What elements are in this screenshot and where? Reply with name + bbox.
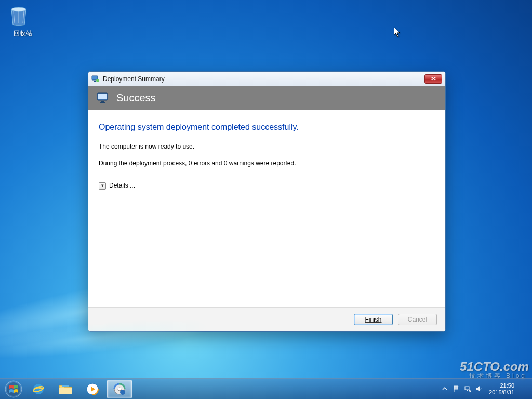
svg-rect-3 — [93, 82, 97, 82]
svg-rect-13 — [59, 388, 72, 394]
svg-point-10 — [7, 382, 20, 396]
clock-time: 21:50 — [500, 382, 514, 389]
taskbar-deployment-app[interactable] — [107, 380, 132, 398]
svg-rect-8 — [100, 102, 105, 103]
banner-title: Success — [116, 92, 156, 104]
close-icon: ✕ — [431, 76, 436, 82]
svg-point-20 — [120, 390, 125, 395]
watermark-main: 51CTO.com — [460, 360, 529, 374]
headline: Operating system deployment completed su… — [99, 121, 435, 133]
volume-icon[interactable] — [475, 385, 484, 393]
banner: Success — [88, 86, 445, 110]
folder-icon — [58, 383, 73, 395]
clock-date: 2015/8/31 — [489, 389, 514, 396]
dialog-footer: Finish Cancel — [88, 307, 445, 331]
cancel-button: Cancel — [398, 314, 437, 325]
network-icon[interactable] — [464, 385, 472, 393]
disc-icon — [113, 382, 126, 396]
svg-rect-7 — [101, 101, 104, 102]
content-area: Operating system deployment completed su… — [88, 110, 445, 307]
svg-rect-2 — [94, 81, 96, 82]
mouse-cursor — [394, 27, 402, 38]
ie-icon — [31, 382, 46, 396]
media-player-icon — [86, 382, 99, 396]
svg-rect-21 — [465, 387, 469, 390]
flag-icon[interactable] — [453, 385, 461, 393]
finish-button[interactable]: Finish — [354, 314, 393, 325]
chevron-up-icon[interactable] — [441, 385, 449, 393]
details-toggle[interactable]: ▾ Details ... — [99, 181, 435, 190]
taskbar-ie[interactable] — [26, 380, 51, 398]
svg-point-19 — [118, 388, 121, 391]
details-label: Details ... — [109, 181, 135, 190]
svg-rect-22 — [467, 390, 468, 391]
recycle-bin-label: 回收站 — [7, 29, 38, 38]
app-icon — [91, 75, 100, 83]
svg-rect-6 — [98, 94, 107, 99]
report-text: During the deployment process, 0 errors … — [99, 159, 435, 168]
system-tray: 21:50 2015/8/31 — [441, 379, 529, 400]
recycle-bin-icon — [7, 5, 30, 28]
deployment-summary-window: Deployment Summary ✕ Success Operating s… — [88, 71, 446, 332]
window-title: Deployment Summary — [103, 75, 424, 83]
start-button[interactable] — [3, 379, 24, 400]
show-desktop-button[interactable] — [522, 379, 527, 400]
svg-point-4 — [96, 79, 99, 82]
taskbar-explorer[interactable] — [53, 380, 78, 398]
taskbar: 21:50 2015/8/31 — [0, 378, 532, 399]
windows-logo-icon — [5, 380, 22, 398]
ready-text: The computer is now ready to use. — [99, 142, 435, 151]
chevron-down-icon: ▾ — [99, 182, 106, 190]
recycle-bin[interactable]: 回收站 — [7, 5, 38, 38]
monitor-icon — [97, 92, 110, 104]
titlebar[interactable]: Deployment Summary ✕ — [88, 72, 445, 86]
close-button[interactable]: ✕ — [424, 74, 442, 84]
clock[interactable]: 21:50 2015/8/31 — [487, 382, 516, 395]
svg-rect-14 — [62, 385, 69, 387]
taskbar-media-player[interactable] — [80, 380, 105, 398]
